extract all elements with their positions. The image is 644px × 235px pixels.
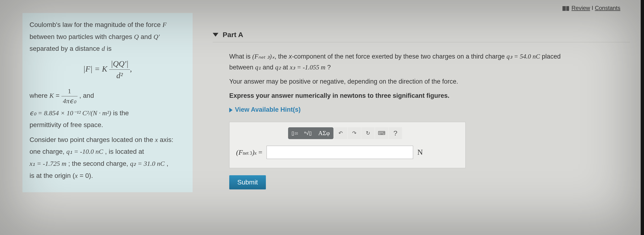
text: component of the net force exerted by th… [294,53,506,60]
var-x: x [75,172,78,179]
constants-link[interactable]: Constants [595,5,620,11]
question-panel: Part A What is (Fₙₑₜ ₃)ₓ, the x-componen… [213,28,630,189]
text: is at the origin ( [30,172,75,179]
problem-statement-panel: Coulomb's law for the magnitude of the f… [22,13,192,192]
answer-unit: N [417,146,423,158]
text: placed [540,53,560,60]
var-q1: q₁ [255,64,261,71]
answer-area: ▯▯▯ ⁿ√▯ ΑΣφ ↶ ↷ ↻ ⌨ ? (Fnet 3)x = N [229,122,466,168]
k-denominator: 4πϵ₀ [62,96,78,106]
text: What is [229,53,252,60]
help-button[interactable]: ? [389,127,402,139]
text: , and [78,92,94,99]
text: = [54,92,62,99]
link-separator: I [590,5,595,11]
review-link[interactable]: Review [572,5,590,11]
undo-button[interactable]: ↶ [334,127,347,139]
q3-value: q₃ = 54.0 nC [506,53,540,60]
text: separated by a distance [30,45,102,52]
scenario-line-3: x₁ = -1.725 m ; the second charge, q₂ = … [30,159,186,169]
epsilon-line: ϵ₀ = 8.854 × 10⁻¹² C²/(N · m²) is the [30,108,186,118]
answer-lhs: (Fnet 3)x = [236,147,262,158]
q2-value: q₂ = 31.0 nC [130,160,165,167]
var-F: F [162,21,166,28]
scenario-line-1: Consider two point charges located on th… [30,135,186,145]
text: Consider two point charges located on th… [30,136,155,143]
keyboard-button[interactable]: ⌨ [375,127,388,139]
var-Qprime: Q′ [154,33,160,40]
var-x: x [155,136,158,143]
intro-line-2: between two particles with charges Q and… [30,32,186,42]
k-numerator: 1 [62,86,78,96]
q1-value: q₁ = -10.0 nC [66,148,103,155]
permittivity-line: permittivity of free space. [30,120,186,130]
collapse-caret-icon[interactable] [213,33,218,37]
text: Coulomb's law for the magnitude of the f… [30,21,162,28]
hints-label: View Available Hint(s) [235,106,300,113]
question-line-2: between q₁ and q₂ at x₃ = -1.055 m ? [229,63,630,72]
text: at [281,64,290,71]
k-fraction: 1 4πϵ₀ [62,86,78,106]
scenario-line-2: one charge, q₁ = -10.0 nC , is located a… [30,147,186,157]
text: ; the second charge, [66,160,130,167]
var-F: F [238,148,243,156]
text: , is located at [103,148,144,155]
text: x- [289,53,294,60]
chevron-right-icon [229,108,232,112]
label: ▯ [292,130,294,136]
express-instruction: Express your answer numerically in newto… [229,91,630,101]
text: ( [236,148,238,156]
answer-input-row: (Fnet 3)x = N [236,146,459,159]
direction-note: Your answer may be positive or negative,… [229,77,630,87]
formula-numerator: |QQ′| [109,58,130,70]
text: between two particles with charges [30,33,134,40]
reset-button[interactable]: ↻ [361,127,374,139]
where-line: where K = 1 4πϵ₀ , and [30,86,186,106]
text: ? [326,64,331,71]
text: , [165,160,168,167]
text: and [139,33,154,40]
part-title: Part A [222,31,243,39]
scenario-line-4: is at the origin (x = 0). [30,171,186,181]
coulomb-formula: |F| = K |QQ′| d² , [30,58,186,81]
intro-line-1: Coulomb's law for the magnitude of the f… [30,20,186,30]
text: , the [274,53,289,60]
radical-tool-button[interactable]: ⁿ√▯ [301,127,314,139]
epsilon-value: ϵ₀ = 8.854 × 10⁻¹² C²/(N · m²) [30,109,111,117]
x1-value: x₁ = -1.725 m [30,160,66,167]
var-Q: Q [134,33,139,40]
template-tool-button[interactable]: ▯▯▯ [288,127,301,139]
part-header[interactable]: Part A [213,28,630,42]
redo-button[interactable]: ↷ [348,127,361,139]
var-q2: q₂ [275,64,281,71]
toolbar-dark-group: ▯▯▯ ⁿ√▯ ΑΣφ [288,127,334,139]
equals: = [257,148,262,156]
question-line-1: What is (Fₙₑₜ ₃)ₓ, the x-component of th… [229,52,630,62]
var-K: K [50,92,54,99]
equation-toolbar: ▯▯▯ ⁿ√▯ ΑΣφ ↶ ↷ ↻ ⌨ ? [288,127,459,139]
text: ) [252,148,254,156]
formula-denominator: d² [109,70,130,81]
question-body: What is (Fₙₑₜ ₃)ₓ, the x-component of th… [229,52,630,168]
greek-tool-button[interactable]: ΑΣφ [314,127,334,139]
formula-fraction: |QQ′| d² [109,58,130,81]
fnet-symbol: (Fₙₑₜ ₃)ₓ [252,53,274,60]
formula-lhs: |F| = K [83,64,107,73]
answer-input[interactable] [266,146,413,159]
text: , [130,64,132,73]
var-d: d [102,45,105,52]
intro-line-3: separated by a distance d is [30,44,186,54]
text: between [229,64,255,71]
view-hints-toggle[interactable]: View Available Hint(s) [229,105,630,115]
text: is [105,45,112,52]
submit-button[interactable]: Submit [229,175,266,189]
text: where [30,92,50,99]
subscript-x: x [254,150,257,156]
text: axis: [158,136,173,143]
x3-value: x₃ = -1.055 m [290,64,326,71]
text: = 0). [78,172,93,179]
subscript: net 3 [243,150,252,156]
text: one charge, [30,148,66,155]
top-links: Review I Constants [562,5,620,11]
right-edge-shadow [641,0,644,235]
